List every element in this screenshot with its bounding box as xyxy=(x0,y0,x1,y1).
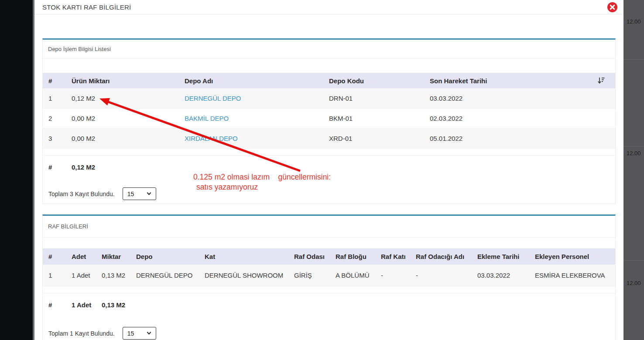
total-adet: 1 Adet xyxy=(72,301,102,309)
total-urun-miktari: 0,12 M2 xyxy=(72,163,185,171)
annotation-text-line1: 0.125 m2 olmasi lazım güncellermisini: xyxy=(193,173,331,182)
close-button[interactable] xyxy=(607,2,617,12)
kat: DERNEGÜL SHOWROOM xyxy=(205,272,294,279)
background-value: 12.00 xyxy=(627,280,641,286)
background-value: 12.00 xyxy=(627,150,641,156)
son-hareket-tarihi: 02.03.2022 xyxy=(430,115,595,122)
col-header-depo: Depo xyxy=(136,253,205,260)
row-no: 3 xyxy=(48,135,72,142)
col-header-miktar: Miktar xyxy=(102,253,136,260)
raf-bilgileri-card: RAF BİLGİLERİ # Adet Miktar Depo Kat Raf… xyxy=(42,214,616,340)
table-row: 2 0,00 M2 BAKMİL DEPO BKM-01 02.03.2022 xyxy=(43,109,615,129)
miktar: 0,13 M2 xyxy=(102,272,136,279)
raf-table-header: # Adet Miktar Depo Kat Raf Odası Raf Blo… xyxy=(43,248,615,265)
annotation-text-line2: satıs yazamıyoruz xyxy=(196,183,258,192)
depo-kodu: DRN-01 xyxy=(329,95,430,102)
total-hash: # xyxy=(48,301,72,309)
col-header-raf-blogu: Raf Bloğu xyxy=(336,253,381,260)
background-row-divider xyxy=(623,260,644,261)
raf-table-total-row: # 1 Adet 0,13 M2 xyxy=(43,297,615,313)
sort-button[interactable] xyxy=(595,76,615,85)
background-row-divider xyxy=(623,59,644,60)
col-header-ekleme-tarihi: Ekleme Tarihi xyxy=(477,253,535,260)
depo-table-header: # Ürün Miktarı Depo Adı Depo Kodu Son Ha… xyxy=(43,73,615,88)
row-no: 2 xyxy=(48,115,72,122)
depo-islem-section-title: Depo İşlem Bilgisi Listesi xyxy=(43,40,615,59)
col-header-kat: Kat xyxy=(205,253,294,260)
son-hareket-tarihi: 05.01.2022 xyxy=(430,135,595,142)
col-header-no: # xyxy=(48,253,72,260)
page-size-select[interactable]: 15 xyxy=(123,187,156,200)
screen: 12.00 12.00 12.00 STOK KARTI RAF BİLGİLE… xyxy=(0,0,644,340)
son-hareket-tarihi: 03.03.2022 xyxy=(430,95,595,102)
row-no: 1 xyxy=(48,95,72,102)
depo-table-pagination: Toplam 3 Kayıt Bulundu. 15 xyxy=(48,187,156,200)
table-row: 3 0,00 M2 XIRDALAN DEPO XRD-01 05.01.202… xyxy=(43,129,615,149)
raf-kati: - xyxy=(381,272,416,279)
col-header-no: # xyxy=(48,77,72,85)
raf-odasi: GİRİŞ xyxy=(294,272,336,279)
record-count-text: Toplam 1 Kayıt Bulundu. xyxy=(48,330,115,337)
background-row-divider xyxy=(623,146,644,146)
adet: 1 Adet xyxy=(72,272,102,279)
stock-card-shelf-modal: STOK KARTI RAF BİLGİLERİ Depo İşlem Bilg… xyxy=(34,0,623,340)
table-end-divider xyxy=(43,293,615,293)
table-row: 1 0,12 M2 DERNEGÜL DEPO DRN-01 03.03.202… xyxy=(43,88,615,109)
depo-kodu: XRD-01 xyxy=(329,135,430,142)
ekleyen-personel: ESMİRA ELEKBEROVA xyxy=(535,272,615,279)
col-header-depo-kodu: Depo Kodu xyxy=(329,77,430,85)
col-header-depo-adi: Depo Adı xyxy=(185,77,329,85)
total-hash: # xyxy=(48,163,72,171)
depo: DERNEGÜL DEPO xyxy=(136,272,205,279)
col-header-urun-miktari: Ürün Miktarı xyxy=(72,77,185,85)
raf-blogu: A BÖLÜMÜ xyxy=(336,272,381,279)
close-icon xyxy=(607,2,617,12)
col-header-raf-kati: Raf Katı xyxy=(381,253,416,260)
sort-amount-desc-icon xyxy=(597,76,606,85)
background-right-panel: 12.00 12.00 12.00 xyxy=(623,0,644,340)
depo-adi-link[interactable]: DERNEGÜL DEPO xyxy=(185,95,241,102)
row-no: 1 xyxy=(48,272,72,279)
raf-table-pagination: Toplam 1 Kayıt Bulundu. 15 xyxy=(48,327,156,340)
col-header-son-hareket-tarihi: Son Hareket Tarihi xyxy=(430,77,595,85)
page-size-select[interactable]: 15 xyxy=(123,327,156,340)
ekleme-tarihi: 03.03.2022 xyxy=(477,272,535,279)
modal-title: STOK KARTI RAF BİLGİLERİ xyxy=(42,3,131,11)
urun-miktari: 0,00 M2 xyxy=(72,115,185,122)
table-end-divider xyxy=(43,155,615,156)
record-count-text: Toplam 3 Kayıt Bulundu. xyxy=(48,190,115,197)
background-value: 12.00 xyxy=(627,18,641,25)
raf-odacigi-adi: - xyxy=(416,272,477,279)
background-left-panel xyxy=(0,0,33,340)
urun-miktari: 0,00 M2 xyxy=(72,135,185,142)
depo-adi-link[interactable]: BAKMİL DEPO xyxy=(185,115,229,122)
col-header-raf-odasi: Raf Odası xyxy=(294,253,336,260)
total-miktar: 0,13 M2 xyxy=(102,301,136,309)
raf-section-title: RAF BİLGİLERİ xyxy=(43,216,615,238)
col-header-raf-odacigi-adi: Raf Odacığı Adı xyxy=(416,253,477,260)
depo-kodu: BKM-01 xyxy=(329,115,430,122)
col-header-ekleyen-personel: Ekleyen Personel xyxy=(535,253,615,260)
depo-adi-link[interactable]: XIRDALAN DEPO xyxy=(185,135,238,142)
modal-header: STOK KARTI RAF BİLGİLERİ xyxy=(34,0,623,14)
table-row: 1 1 Adet 0,13 M2 DERNEGÜL DEPO DERNEGÜL … xyxy=(43,265,615,286)
urun-miktari: 0,12 M2 xyxy=(72,95,185,102)
col-header-adet: Adet xyxy=(72,253,102,260)
